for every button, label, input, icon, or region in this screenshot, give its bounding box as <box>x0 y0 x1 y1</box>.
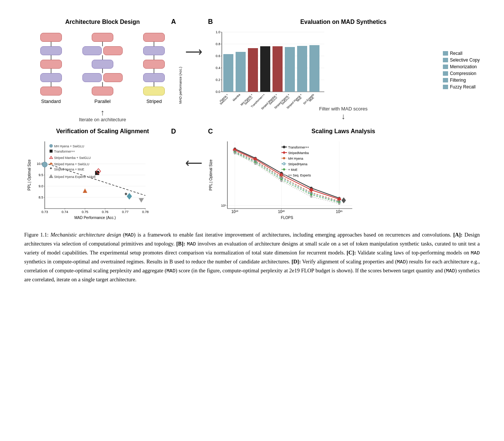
verification-chart: PPL | Optimal Size 8.5 9.0 9.5 10.0 <box>26 138 153 223</box>
up-arrow: ↑ <box>101 109 105 117</box>
arrow-D-to-C: ⟵ <box>183 156 205 170</box>
letter-A: A <box>171 18 176 26</box>
svg-text:✦: ✦ <box>49 166 53 171</box>
figure-caption: Figure 1.1: Mechanistic architecture des… <box>22 231 482 284</box>
letter-C: C <box>208 128 213 135</box>
svg-text:0.74: 0.74 <box>62 210 68 214</box>
arch-standard-label: Standard <box>41 98 61 104</box>
svg-text:10²⁰: 10²⁰ <box>278 210 285 214</box>
panel-A: Architecture Block Design A Standard <box>22 15 183 122</box>
svg-point-138 <box>283 174 285 176</box>
legend-filtering: Filtering <box>450 78 466 83</box>
legend-recall: Recall <box>450 51 462 56</box>
iterate-label: Iterate on architecture <box>79 117 126 122</box>
scaling-laws-chart: PPL | Optimal Size 10¹ 10¹⁹ 10²⁰ 10²¹ FL… <box>207 138 363 223</box>
svg-marker-126 <box>283 151 286 154</box>
bar-transformer <box>260 46 270 92</box>
filter-arrow-section: Filter with MAD scores ↓ <box>207 106 480 121</box>
letter-B: B <box>208 18 213 26</box>
svg-text:Striped Mamba + SwiGLU: Striped Mamba + SwiGLU <box>54 156 91 160</box>
curve-transformer <box>235 149 339 198</box>
svg-text:0.76: 0.76 <box>102 210 108 214</box>
arch-striped: Striped <box>143 33 165 104</box>
arrow-A-to-B: ⟶ <box>183 45 205 59</box>
arch-striped-label: Striped <box>147 98 162 104</box>
panel-B-title: Evaluation on MAD Synthetics <box>207 19 480 25</box>
bar-striped-mamba <box>273 46 283 92</box>
svg-text:10¹: 10¹ <box>221 204 226 207</box>
bar-striped-hyena-moe <box>297 46 307 92</box>
svg-point-135 <box>283 168 285 171</box>
svg-text:10¹⁹: 10¹⁹ <box>231 210 238 214</box>
svg-text:9.5: 9.5 <box>38 173 43 177</box>
legend-compression: Compression <box>450 71 476 76</box>
svg-text:Transformer++: Transformer++ <box>54 150 75 153</box>
point-transformer <box>95 171 99 175</box>
svg-point-117 <box>234 152 236 154</box>
svg-point-129 <box>283 157 285 159</box>
panel-D-title: Verification of Scaling Alignment <box>26 128 179 135</box>
left-arrow-icon: ⟵ <box>185 156 202 170</box>
svg-text:PPL | Optimal Size: PPL | Optimal Size <box>209 159 213 191</box>
mad-bar-chart: 0.0 0.2 0.4 0.6 0.8 1.0 <box>207 28 440 104</box>
svg-text:Striped Hyena + MoE: Striped Hyena + MoE <box>54 168 84 171</box>
svg-point-118 <box>254 163 256 165</box>
letter-D: D <box>171 128 176 135</box>
panel-A-title: Architecture Block Design <box>26 19 179 25</box>
svg-marker-69 <box>49 162 53 165</box>
svg-point-123 <box>283 146 286 148</box>
panel-B: Evaluation on MAD Synthetics B 0.0 <box>205 15 482 121</box>
svg-text:Striped Hyena Experts + MoE: Striped Hyena Experts + MoE <box>54 175 96 179</box>
svg-text:MAD Performance (Acc.): MAD Performance (Acc.) <box>74 216 116 220</box>
legend-selective-copy: Selective Copy <box>450 57 480 63</box>
svg-text:Mamba: Mamba <box>232 93 241 102</box>
bar-mh-hyena <box>248 48 258 92</box>
svg-text:1.0: 1.0 <box>215 30 220 34</box>
svg-point-63 <box>50 144 53 147</box>
svg-text:FLOPS: FLOPS <box>281 216 293 220</box>
legend-memorization: Memorization <box>450 64 477 69</box>
svg-text:MH Hyena + SwiGLU: MH Hyena + SwiGLU <box>54 144 84 148</box>
svg-text:0.78: 0.78 <box>142 210 149 214</box>
iterate-arrow-section: ↑ Iterate on architecture <box>26 109 179 122</box>
svg-point-121 <box>338 203 340 205</box>
svg-text:MAD performance (Acc.): MAD performance (Acc.) <box>179 67 182 104</box>
svg-text:8.5: 8.5 <box>38 196 43 199</box>
bar-striped-hyena-swiglu <box>285 47 295 92</box>
svg-marker-67 <box>50 156 53 159</box>
svg-text:0.4: 0.4 <box>215 66 220 70</box>
svg-text:0.8: 0.8 <box>215 42 220 46</box>
mad-legend: Recall Selective Copy Memorization Compr… <box>443 28 480 104</box>
point-mh-hyena <box>42 162 47 167</box>
svg-text:StripedMamba: StripedMamba <box>288 151 309 155</box>
svg-text:0.2: 0.2 <box>215 78 220 82</box>
figure-container: Architecture Block Design A Standard <box>22 15 482 284</box>
curve-striped-mamba <box>235 150 339 199</box>
svg-text:9.0: 9.0 <box>38 184 43 188</box>
down-arrow-B: ↓ <box>341 112 346 121</box>
svg-text:++ Seq. Experts: ++ Seq. Experts <box>288 173 311 177</box>
panel-C: Scaling Laws Analysis C PPL | Optimal Si… <box>205 126 482 225</box>
svg-text:Transformer++: Transformer++ <box>288 146 309 149</box>
svg-text:0.77: 0.77 <box>122 210 129 214</box>
svg-point-119 <box>280 180 283 182</box>
svg-text:+ MoE: + MoE <box>288 168 297 172</box>
bar-mamba <box>236 52 246 92</box>
svg-point-120 <box>310 196 312 198</box>
legend-fuzzy-recall: Fuzzy Recall <box>450 84 476 90</box>
svg-marker-73 <box>49 174 53 178</box>
svg-marker-96 <box>341 197 346 203</box>
arch-standard: Standard <box>40 33 62 104</box>
svg-text:0.6: 0.6 <box>215 54 220 58</box>
svg-text:0.75: 0.75 <box>82 210 88 214</box>
panel-D: Verification of Scaling Alignment D PPL … <box>22 126 183 225</box>
svg-text:0.73: 0.73 <box>41 210 48 214</box>
caption-text: Figure 1.1: Mechanistic architecture des… <box>24 231 480 284</box>
point-sh-experts-moe <box>139 198 144 203</box>
svg-text:10²¹: 10²¹ <box>336 210 343 214</box>
panel-C-title: Scaling Laws Analysis <box>207 128 480 135</box>
svg-text:StripedHyena: StripedHyena <box>288 162 308 166</box>
arch-parallel: Parallel <box>82 33 123 104</box>
svg-rect-65 <box>50 150 53 153</box>
svg-text:MH Hyena: MH Hyena <box>288 157 303 160</box>
